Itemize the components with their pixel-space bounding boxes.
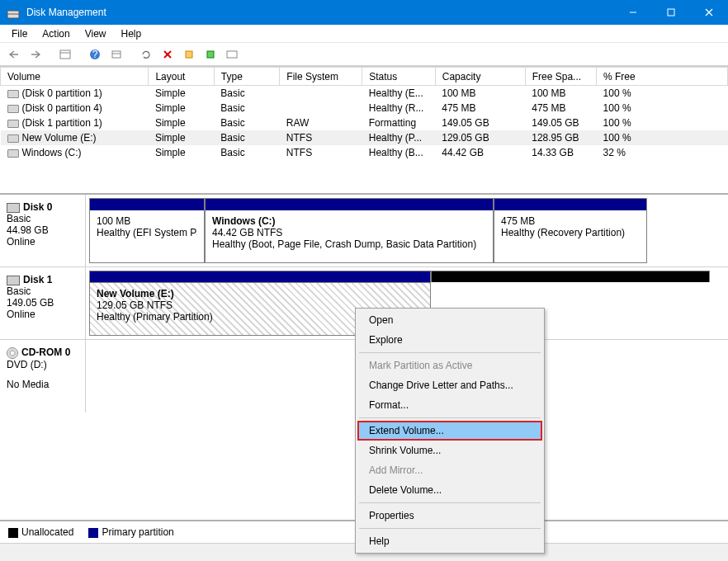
- menu-item-open[interactable]: Open: [357, 310, 542, 330]
- disk-icon: [7, 203, 20, 213]
- column-header[interactable]: Free Spa...: [525, 68, 596, 86]
- svg-text:?: ?: [92, 49, 98, 60]
- minimize-button[interactable]: [614, 0, 652, 25]
- cell: 14.33 GB: [525, 145, 596, 160]
- volume-row[interactable]: New Volume (E:)SimpleBasicNTFSHealthy (P…: [1, 130, 728, 145]
- cell: Formatting: [362, 116, 436, 130]
- view-icon[interactable]: [56, 45, 74, 64]
- svg-rect-1: [7, 14, 19, 18]
- menu-action[interactable]: Action: [35, 26, 76, 41]
- volume-icon: [7, 149, 19, 158]
- back-button[interactable]: [5, 45, 23, 64]
- cell: (Disk 0 partition 1): [1, 86, 149, 101]
- refresh-icon[interactable]: [137, 45, 155, 64]
- menu-item-help[interactable]: Help: [357, 531, 542, 551]
- cell: 100 %: [597, 101, 728, 116]
- settings-icon[interactable]: [107, 45, 125, 64]
- svg-rect-15: [207, 51, 214, 58]
- action1-icon[interactable]: [180, 45, 198, 64]
- cell: Basic: [214, 130, 279, 145]
- unallocated-bar[interactable]: [431, 271, 710, 282]
- menu-separator: [359, 528, 541, 529]
- column-header[interactable]: Capacity: [435, 68, 525, 86]
- cell: 475 MB: [525, 101, 596, 116]
- cell: 100 %: [597, 86, 728, 101]
- volume-row[interactable]: (Disk 0 partition 4)SimpleBasicHealthy (…: [1, 101, 728, 116]
- maximize-button[interactable]: [652, 0, 690, 25]
- menu-item-explore[interactable]: Explore: [357, 330, 542, 350]
- menu-file[interactable]: File: [5, 26, 34, 41]
- menu-item-change-drive-letter-and-paths[interactable]: Change Drive Letter and Paths...: [357, 375, 542, 395]
- cell: RAW: [280, 116, 362, 130]
- volume-row[interactable]: (Disk 1 partition 1)SimpleBasicRAWFormat…: [1, 116, 728, 130]
- volume-icon: [7, 134, 19, 143]
- forward-button[interactable]: [26, 45, 45, 64]
- cell: NTFS: [280, 145, 362, 160]
- partition[interactable]: 100 MBHealthy (EFI System Partition): [89, 198, 205, 263]
- menu-help[interactable]: Help: [115, 26, 149, 41]
- disk-info[interactable]: Disk 1Basic149.05 GBOnline: [0, 267, 86, 339]
- cell: 100 MB: [525, 86, 596, 101]
- disk-info[interactable]: CD-ROM 0DVD (D:)No Media: [0, 340, 86, 412]
- cell: (Disk 0 partition 4): [1, 101, 149, 116]
- volume-row[interactable]: (Disk 0 partition 1)SimpleBasicHealthy (…: [1, 86, 728, 101]
- partition-bar: [90, 199, 204, 210]
- column-header[interactable]: Volume: [1, 68, 149, 86]
- cell: Healthy (P...: [362, 130, 436, 145]
- svg-rect-16: [227, 51, 237, 58]
- close-button[interactable]: [690, 0, 728, 25]
- column-header[interactable]: Status: [362, 68, 436, 86]
- primary-bar[interactable]: [89, 271, 431, 282]
- partition[interactable]: Windows (C:)44.42 GB NTFSHealthy (Boot, …: [205, 198, 494, 263]
- column-header[interactable]: File System: [280, 68, 362, 86]
- cell: Simple: [149, 86, 214, 101]
- disk-icon: [7, 276, 20, 285]
- partition-bar: [206, 199, 493, 210]
- partition-bar: [494, 199, 646, 210]
- legend-primary: Primary partition: [88, 526, 173, 538]
- menu-item-format[interactable]: Format...: [357, 395, 542, 415]
- volume-table: VolumeLayoutTypeFile SystemStatusCapacit…: [0, 67, 728, 160]
- menu-item-properties[interactable]: Properties: [357, 506, 542, 526]
- column-header[interactable]: % Free: [597, 68, 728, 86]
- svg-rect-6: [60, 50, 70, 59]
- action3-icon[interactable]: [223, 45, 241, 64]
- cell: 32 %: [597, 145, 728, 160]
- svg-rect-14: [186, 51, 192, 58]
- cell: Healthy (B...: [362, 145, 436, 160]
- cell: 128.95 GB: [525, 130, 596, 145]
- cell: 149.05 GB: [435, 116, 525, 130]
- volume-icon: [7, 105, 19, 113]
- cell: 44.42 GB: [435, 145, 525, 160]
- cell: NTFS: [280, 130, 362, 145]
- cell: Basic: [214, 86, 279, 101]
- menu-item-extend-volume[interactable]: Extend Volume...: [357, 421, 542, 441]
- cell: Basic: [214, 116, 279, 130]
- titlebar[interactable]: Disk Management: [0, 0, 728, 25]
- cdrom-icon: [7, 347, 18, 359]
- app-icon: [7, 6, 20, 19]
- cell: 100 %: [597, 130, 728, 145]
- volume-row[interactable]: Windows (C:)SimpleBasicNTFSHealthy (B...…: [1, 145, 728, 160]
- delete-icon[interactable]: [158, 45, 177, 64]
- menu-view[interactable]: View: [78, 26, 113, 41]
- context-menu[interactable]: OpenExploreMark Partition as ActiveChang…: [355, 308, 545, 554]
- menu-item-delete-volume[interactable]: Delete Volume...: [357, 480, 542, 500]
- column-header[interactable]: Type: [214, 68, 279, 86]
- menu-item-add-mirror: Add Mirror...: [357, 460, 542, 480]
- action2-icon[interactable]: [201, 45, 220, 64]
- menu-item-mark-partition-as-active: Mark Partition as Active: [357, 356, 542, 375]
- help-icon[interactable]: ?: [86, 45, 104, 64]
- cell: Basic: [214, 145, 279, 160]
- cell: Healthy (R...: [362, 101, 436, 116]
- cell: 100 %: [597, 116, 728, 130]
- cell: Simple: [149, 130, 214, 145]
- column-header[interactable]: Layout: [149, 68, 214, 86]
- cell: (Disk 1 partition 1): [1, 116, 149, 130]
- partition[interactable]: 475 MBHealthy (Recovery Partition): [494, 198, 647, 263]
- legend-unallocated: Unallocated: [8, 526, 73, 538]
- volume-list[interactable]: VolumeLayoutTypeFile SystemStatusCapacit…: [0, 67, 728, 195]
- disk-info[interactable]: Disk 0Basic44.98 GBOnline: [0, 195, 86, 266]
- menu-item-shrink-volume[interactable]: Shrink Volume...: [357, 441, 542, 460]
- menubar: File Action View Help: [0, 25, 728, 43]
